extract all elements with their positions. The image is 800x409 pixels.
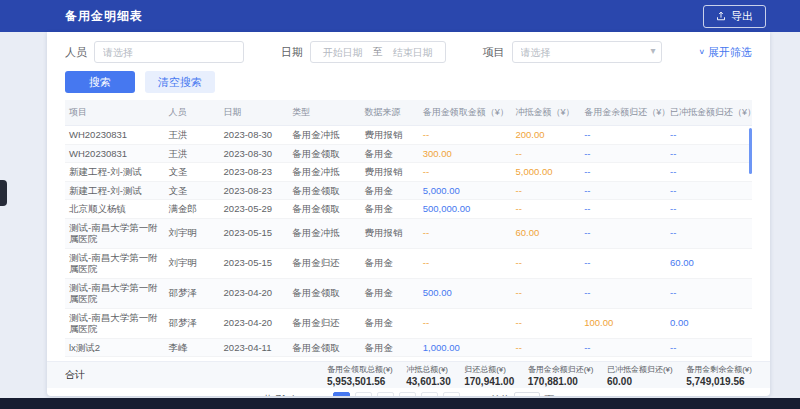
cell-date: 2023-04-20 <box>220 308 289 338</box>
table-row[interactable]: 新建工程-刘-测试文圣2023-08-23备用金冲抵费用报销--5,000.00… <box>65 163 752 182</box>
filter-project: 项目 ▾ <box>483 41 662 63</box>
cell-offset: -- <box>512 144 581 163</box>
date-start-input[interactable] <box>317 47 369 58</box>
filter-actions: 搜索 清空搜索 <box>47 63 770 100</box>
page-button-6[interactable]: 6 <box>443 392 460 397</box>
page-button-2[interactable]: 2 <box>355 392 372 397</box>
table-row[interactable]: lx测试2李峰2023-04-04备用金领取备用金10,000.00------ <box>65 357 752 362</box>
table-row[interactable]: 新建工程-刘-测试文圣2023-08-23备用金领取备用金5,000.00---… <box>65 181 752 200</box>
summary-cell-0: 备用金领取总额(¥)5,953,501.56 <box>327 364 393 387</box>
cell-balret: -- <box>580 126 666 145</box>
next-page-button[interactable]: › <box>465 392 482 397</box>
petty-cash-table: 项目人员日期类型数据来源备用金领取金额（¥）冲抵金额（¥）备用金余额归还（¥）已… <box>65 100 752 361</box>
table-row[interactable]: WH20230831王洪2023-08-30备用金领取备用金300.00----… <box>65 144 752 163</box>
cell-recv: -- <box>419 218 512 248</box>
summary-value: 43,601.30 <box>406 376 451 387</box>
cell-recv: 500.00 <box>419 278 512 308</box>
cell-person: 文圣 <box>165 163 220 182</box>
table-row[interactable]: 测试-南昌大学第一附属医院刘宇明2023-05-15备用金归还备用金------… <box>65 248 752 278</box>
vertical-scrollbar[interactable] <box>749 128 752 174</box>
cell-source: 备用金 <box>360 181 418 200</box>
cell-type: 备用金领取 <box>288 200 360 219</box>
date-end-input[interactable] <box>387 47 439 58</box>
summary-cell-4: 已冲抵金额归还(¥)60.00 <box>607 364 673 387</box>
content-card: 人员 日期 至 项目 ▾ ∨ 展开筛选 搜索 清空搜索 <box>47 32 770 396</box>
summary-total-label: 合计 <box>65 368 327 382</box>
column-header-2: 日期 <box>220 100 289 126</box>
cell-person: 李峰 <box>165 357 220 362</box>
cell-offret: -- <box>666 200 752 219</box>
date-range-picker[interactable]: 至 <box>310 41 446 63</box>
cell-balret: -- <box>580 338 666 357</box>
table-container: 项目人员日期类型数据来源备用金领取金额（¥）冲抵金额（¥）备用金余额归还（¥）已… <box>65 100 752 361</box>
export-button[interactable]: 导出 <box>703 5 766 28</box>
goto-prefix-label: 前往 <box>490 393 510 396</box>
summary-cell-3: 备用金余额归还(¥)170,881.00 <box>528 364 594 387</box>
cell-offret: -- <box>666 218 752 248</box>
expand-filter-link[interactable]: ∨ 展开筛选 <box>698 45 752 60</box>
cell-date: 2023-04-20 <box>220 278 289 308</box>
table-row[interactable]: 测试-南昌大学第一附属医院邵梦泽2023-04-20备用金归还备用金----10… <box>65 308 752 338</box>
cell-offret: -- <box>666 181 752 200</box>
cell-type: 备用金冲抵 <box>288 163 360 182</box>
page-button-3[interactable]: 3 <box>377 392 394 397</box>
cell-recv: 1,000.00 <box>419 338 512 357</box>
page-button-4[interactable]: 4 <box>399 392 416 397</box>
cell-person: 邵梦泽 <box>165 308 220 338</box>
cell-offset: -- <box>512 278 581 308</box>
column-header-5: 备用金领取金额（¥） <box>419 100 512 126</box>
date-filter-label: 日期 <box>281 45 303 60</box>
summary-cell-5: 备用金剩余金额(¥)5,749,019.56 <box>686 364 752 387</box>
search-button[interactable]: 搜索 <box>65 71 135 93</box>
date-range-separator: 至 <box>373 45 383 59</box>
person-filter-input[interactable] <box>94 41 244 63</box>
cell-date: 2023-08-30 <box>220 126 289 145</box>
cell-recv: 300.00 <box>419 144 512 163</box>
cell-source: 备用金 <box>360 144 418 163</box>
pager: ‹123456› <box>311 392 482 397</box>
table-row[interactable]: 测试-南昌大学第一附属医院刘宇明2023-05-15备用金冲抵费用报销--60.… <box>65 218 752 248</box>
bottom-bar <box>0 398 800 409</box>
cell-person: 王洪 <box>165 144 220 163</box>
cell-recv: 500,000.00 <box>419 200 512 219</box>
column-header-7: 备用金余额归还（¥） <box>580 100 666 126</box>
cell-type: 备用金领取 <box>288 278 360 308</box>
cell-source: 备用金 <box>360 278 418 308</box>
top-bar: 备用金明细表 导出 <box>0 0 800 32</box>
column-header-3: 类型 <box>288 100 360 126</box>
page-button-1[interactable]: 1 <box>333 392 350 397</box>
table-row[interactable]: 北京顺义杨镇满金郎2023-05-29备用金领取备用金500,000.00---… <box>65 200 752 219</box>
person-filter-label: 人员 <box>65 45 87 60</box>
cell-type: 备用金领取 <box>288 357 360 362</box>
cell-date: 2023-08-23 <box>220 181 289 200</box>
cell-date: 2023-08-30 <box>220 144 289 163</box>
cell-offret: -- <box>666 357 752 362</box>
cell-recv: 5,000.00 <box>419 181 512 200</box>
table-body: WH20230831王洪2023-08-30备用金冲抵费用报销--200.00-… <box>65 126 752 362</box>
goto-page-input[interactable] <box>514 392 540 397</box>
table-row[interactable]: WH20230831王洪2023-08-30备用金冲抵费用报销--200.00-… <box>65 126 752 145</box>
table-row[interactable]: 测试-南昌大学第一附属医院邵梦泽2023-04-20备用金领取备用金500.00… <box>65 278 752 308</box>
cell-project: 测试-南昌大学第一附属医院 <box>65 308 165 338</box>
table-row[interactable]: lx测试2李峰2023-04-11备用金领取备用金1,000.00------ <box>65 338 752 357</box>
cell-balret: -- <box>580 218 666 248</box>
cell-balret: -- <box>580 181 666 200</box>
summary-cell-2: 归还总额(¥)170,941.00 <box>464 364 514 387</box>
cell-source: 费用报销 <box>360 163 418 182</box>
cell-project: 新建工程-刘-测试 <box>65 163 165 182</box>
summary-value: 5,953,501.56 <box>327 376 393 387</box>
project-select-input[interactable] <box>512 41 662 63</box>
cell-offret: -- <box>666 278 752 308</box>
cell-recv: -- <box>419 248 512 278</box>
export-icon <box>716 11 726 21</box>
sidebar-collapse-handle[interactable] <box>0 180 7 206</box>
cell-date: 2023-05-15 <box>220 248 289 278</box>
cell-offset: -- <box>512 338 581 357</box>
prev-page-button[interactable]: ‹ <box>311 392 328 397</box>
clear-search-button[interactable]: 清空搜索 <box>145 71 215 93</box>
summary-cells: 备用金领取总额(¥)5,953,501.56冲抵总额(¥)43,601.30归还… <box>327 364 752 387</box>
column-header-4: 数据来源 <box>360 100 418 126</box>
cell-balret: -- <box>580 144 666 163</box>
page-button-5[interactable]: 5 <box>421 392 438 397</box>
project-select[interactable]: ▾ <box>512 41 662 63</box>
